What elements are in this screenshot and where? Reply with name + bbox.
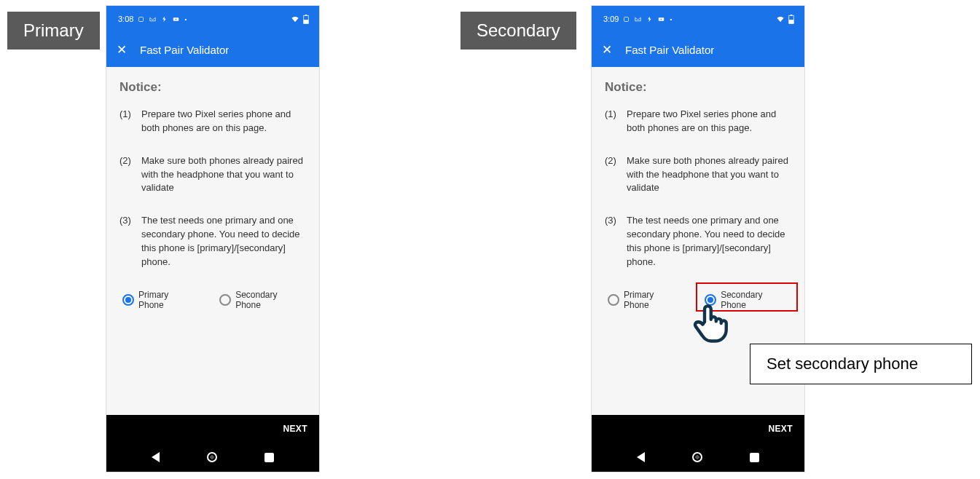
tag-primary-label: Primary <box>23 20 84 40</box>
radio-secondary-phone[interactable]: Secondary Phone <box>702 288 791 312</box>
next-button[interactable]: NEXT <box>283 424 307 434</box>
radio-group: Primary Phone Secondary Phone <box>119 288 306 312</box>
phone-primary: 3:08 • ✕ Fast Pair Validator Notice: (1)… <box>106 6 319 472</box>
svg-rect-4 <box>305 15 307 15</box>
radio-icon-unselected <box>219 294 231 306</box>
step-3: (3) The test needs one primary and one s… <box>119 214 306 269</box>
svg-rect-5 <box>304 20 309 23</box>
status-bar: 3:09 • <box>592 6 804 32</box>
radio-icon-selected <box>705 294 716 306</box>
nav-recent-icon[interactable] <box>264 453 274 462</box>
nav-back-icon[interactable] <box>152 452 160 462</box>
step-num: (2) <box>119 154 134 196</box>
notice-heading: Notice: <box>119 80 306 95</box>
status-notif-icons: • <box>623 16 673 23</box>
phone-secondary: 3:09 • ✕ Fast Pair Validator Notice: (1)… <box>592 6 804 472</box>
content: Notice: (1) Prepare two Pixel series pho… <box>592 67 804 312</box>
wifi-icon <box>775 15 785 23</box>
next-button[interactable]: NEXT <box>768 424 793 434</box>
radio-primary-label: Primary Phone <box>624 290 680 310</box>
radio-secondary-label: Secondary Phone <box>721 290 788 310</box>
tag-secondary-label: Secondary <box>477 20 560 40</box>
step-2: (2) Make sure both phones already paired… <box>119 154 306 196</box>
step-3: (3) The test needs one primary and one s… <box>605 214 791 269</box>
radio-primary-phone[interactable]: Primary Phone <box>605 288 683 312</box>
bottom-bar: NEXT <box>592 415 804 472</box>
nav-home-icon[interactable] <box>692 452 702 462</box>
app-title: Fast Pair Validator <box>625 44 714 56</box>
radio-primary-phone[interactable]: Primary Phone <box>119 288 197 312</box>
step-text: Prepare two Pixel series phone and both … <box>627 108 791 135</box>
step-2: (2) Make sure both phones already paired… <box>605 154 791 196</box>
svg-rect-11 <box>789 20 794 23</box>
notice-heading: Notice: <box>605 80 791 95</box>
app-title: Fast Pair Validator <box>140 44 229 56</box>
app-bar: ✕ Fast Pair Validator <box>592 32 804 67</box>
callout-set-secondary: Set secondary phone <box>750 344 972 384</box>
tag-primary: Primary <box>7 12 100 50</box>
radio-icon-selected <box>122 294 134 306</box>
battery-icon <box>788 15 794 24</box>
step-text: The test needs one primary and one secon… <box>141 214 306 269</box>
status-time: 3:09 <box>603 15 619 23</box>
step-1: (1) Prepare two Pixel series phone and b… <box>119 108 306 135</box>
battery-icon <box>303 15 309 24</box>
step-num: (3) <box>605 214 619 269</box>
step-text: Make sure both phones already paired wit… <box>627 154 791 196</box>
step-num: (1) <box>119 108 134 135</box>
step-num: (2) <box>605 154 619 196</box>
bottom-bar: NEXT <box>106 415 319 472</box>
content: Notice: (1) Prepare two Pixel series pho… <box>106 67 319 312</box>
status-notif-icons: • <box>138 16 188 23</box>
nav-back-icon[interactable] <box>637 452 645 462</box>
close-icon[interactable]: ✕ <box>602 44 612 56</box>
nav-home-icon[interactable] <box>207 452 217 462</box>
close-icon[interactable]: ✕ <box>117 44 127 56</box>
svg-rect-10 <box>791 15 793 15</box>
app-bar: ✕ Fast Pair Validator <box>106 32 319 67</box>
svg-rect-0 <box>139 17 144 21</box>
step-num: (1) <box>605 108 619 135</box>
radio-icon-unselected <box>608 294 619 306</box>
tag-secondary: Secondary <box>460 12 576 50</box>
wifi-icon <box>290 15 300 23</box>
status-time: 3:08 <box>118 15 133 23</box>
radio-secondary-label: Secondary Phone <box>235 290 303 310</box>
step-text: Prepare two Pixel series phone and both … <box>141 108 306 135</box>
step-text: The test needs one primary and one secon… <box>627 214 791 269</box>
radio-primary-label: Primary Phone <box>138 290 195 310</box>
step-1: (1) Prepare two Pixel series phone and b… <box>605 108 791 135</box>
radio-secondary-phone[interactable]: Secondary Phone <box>216 288 306 312</box>
step-text: Make sure both phones already paired wit… <box>141 154 306 196</box>
svg-rect-6 <box>624 17 629 21</box>
radio-group: Primary Phone Secondary Phone <box>605 288 791 312</box>
step-num: (3) <box>119 214 134 269</box>
status-bar: 3:08 • <box>106 6 319 32</box>
nav-recent-icon[interactable] <box>750 453 759 462</box>
callout-text: Set secondary phone <box>767 355 918 373</box>
